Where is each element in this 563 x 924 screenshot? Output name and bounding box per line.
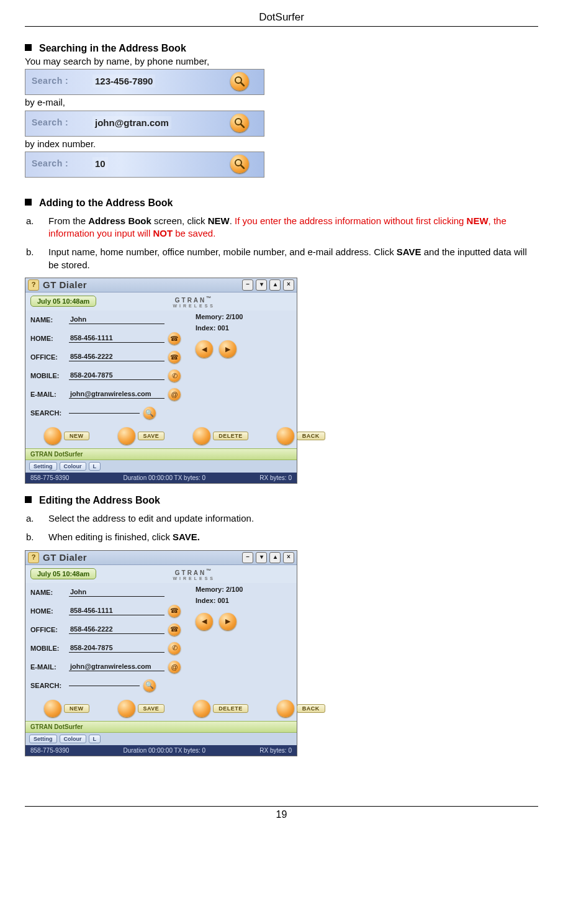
heading-editing: Editing the Address Book xyxy=(25,495,538,506)
status-bar: 858-775-9390 Duration 00:00:00 TX bytes:… xyxy=(25,745,297,756)
close-icon[interactable]: × xyxy=(283,279,294,291)
email-field[interactable]: john@gtranwireless.com xyxy=(69,663,164,671)
status-duration: Duration 00:00:00 TX bytes: 0 xyxy=(69,747,259,754)
search-field[interactable] xyxy=(69,685,140,686)
searching-intro: You may search by name, by phone number, xyxy=(25,55,538,68)
search-value[interactable]: 10 xyxy=(92,157,108,170)
language-button[interactable]: L xyxy=(89,462,101,471)
colour-button[interactable]: Colour xyxy=(60,462,86,471)
index-label: Index: 001 xyxy=(196,597,292,604)
status-rx: RX bytes: 0 xyxy=(259,747,292,754)
titlebar[interactable]: ? GT Dialer – ▾ ▴ × xyxy=(25,278,297,292)
prev-button[interactable]: ◀ xyxy=(196,340,213,358)
name-label: NAME: xyxy=(30,589,69,596)
restore-up-icon[interactable]: ▴ xyxy=(269,552,281,563)
marquee-text: GTRAN DotSurfer xyxy=(25,721,297,733)
prev-button[interactable]: ◀ xyxy=(196,613,213,630)
close-icon[interactable]: × xyxy=(283,552,294,563)
back-button[interactable]: BACK xyxy=(277,700,325,717)
new-icon xyxy=(44,427,61,445)
search-field[interactable] xyxy=(69,412,140,414)
status-bar: 858-775-9390 Duration 00:00:00 TX bytes:… xyxy=(25,473,297,483)
search-label: Search : xyxy=(32,76,68,86)
minimize-icon[interactable]: – xyxy=(242,279,253,291)
name-field[interactable]: John xyxy=(69,315,164,324)
adding-step-b: b. Input name, home number, office numbe… xyxy=(25,246,538,271)
search-bar-phone[interactable]: Search : 123-456-7890 xyxy=(25,69,264,95)
restore-down-icon[interactable]: ▾ xyxy=(256,552,267,563)
marquee-text: GTRAN DotSurfer xyxy=(25,448,297,460)
page-header-title: DotSurfer xyxy=(25,11,538,26)
search-icon[interactable]: 🔍 xyxy=(143,407,156,419)
datetime-chip: July 05 10:48am xyxy=(30,568,96,579)
by-email-text: by e-mail, xyxy=(25,96,538,109)
email-label: E-MAIL: xyxy=(30,391,69,398)
language-button[interactable]: L xyxy=(89,735,101,743)
status-rx: RX bytes: 0 xyxy=(259,474,292,481)
save-button[interactable]: SAVE xyxy=(118,700,165,717)
status-phone: 858-775-9390 xyxy=(30,747,69,754)
delete-icon xyxy=(193,700,210,717)
page-number: 19 xyxy=(25,809,538,820)
search-icon[interactable] xyxy=(230,114,249,132)
next-button[interactable]: ▶ xyxy=(219,340,236,358)
search-value[interactable]: john@gtran.com xyxy=(92,116,171,129)
status-phone: 858-775-9390 xyxy=(30,474,69,481)
restore-up-icon[interactable]: ▴ xyxy=(269,279,281,291)
svg-line-3 xyxy=(241,124,244,127)
save-button[interactable]: SAVE xyxy=(118,427,165,445)
email-label: E-MAIL: xyxy=(30,663,69,671)
delete-icon xyxy=(193,427,210,445)
help-icon[interactable]: ? xyxy=(28,552,39,563)
phone-icon[interactable]: ☎ xyxy=(168,605,181,617)
email-icon[interactable]: @ xyxy=(168,388,181,401)
search-icon[interactable] xyxy=(230,72,249,91)
search-bar-email[interactable]: Search : john@gtran.com xyxy=(25,111,264,137)
window-title: GT Dialer xyxy=(43,279,242,290)
colour-button[interactable]: Colour xyxy=(60,735,86,743)
search-label: SEARCH: xyxy=(30,682,69,689)
bullet-square-icon xyxy=(25,199,32,206)
new-button[interactable]: NEW xyxy=(44,700,89,717)
home-label: HOME: xyxy=(30,607,69,615)
search-value[interactable]: 123-456-7890 xyxy=(92,75,155,88)
datetime-chip: July 05 10:48am xyxy=(30,296,96,307)
home-field[interactable]: 858-456-1111 xyxy=(69,334,164,343)
name-field[interactable]: John xyxy=(69,588,164,597)
home-label: HOME: xyxy=(30,335,69,342)
mobile-label: MOBILE: xyxy=(30,645,69,652)
adding-step-a: a. From the Address Book screen, click N… xyxy=(25,215,538,240)
search-icon[interactable]: 🔍 xyxy=(143,679,156,692)
help-icon[interactable]: ? xyxy=(28,279,39,291)
restore-down-icon[interactable]: ▾ xyxy=(256,279,267,291)
search-label: SEARCH: xyxy=(30,409,69,417)
office-label: OFFICE: xyxy=(30,353,69,361)
mobile-field[interactable]: 858-204-7875 xyxy=(69,644,164,653)
back-icon xyxy=(277,700,294,717)
email-icon[interactable]: @ xyxy=(168,661,181,673)
new-button[interactable]: NEW xyxy=(44,427,89,445)
delete-button[interactable]: DELETE xyxy=(193,427,248,445)
back-button[interactable]: BACK xyxy=(277,427,325,445)
search-icon[interactable] xyxy=(230,155,249,173)
titlebar[interactable]: ? GT Dialer – ▾ ▴ × xyxy=(25,551,297,565)
delete-button[interactable]: DELETE xyxy=(193,700,248,717)
setting-button[interactable]: Setting xyxy=(29,735,57,743)
mobile-label: MOBILE: xyxy=(30,372,69,379)
office-field[interactable]: 858-456-2222 xyxy=(69,625,164,634)
next-button[interactable]: ▶ xyxy=(219,613,236,630)
home-field[interactable]: 858-456-1111 xyxy=(69,607,164,615)
mobile-icon[interactable]: ✆ xyxy=(168,369,181,382)
mobile-field[interactable]: 858-204-7875 xyxy=(69,371,164,380)
minimize-icon[interactable]: – xyxy=(242,552,253,563)
email-field[interactable]: john@gtranwireless.com xyxy=(69,390,164,399)
office-field[interactable]: 858-456-2222 xyxy=(69,353,164,361)
phone-icon[interactable]: ☎ xyxy=(168,332,181,345)
phone-icon[interactable]: ☎ xyxy=(168,351,181,363)
setting-button[interactable]: Setting xyxy=(29,462,57,471)
brand-logo: GTRAN™WIRELESS xyxy=(96,295,292,308)
search-bar-index[interactable]: Search : 10 xyxy=(25,152,264,178)
status-duration: Duration 00:00:00 TX bytes: 0 xyxy=(69,474,259,481)
phone-icon[interactable]: ☎ xyxy=(168,623,181,636)
mobile-icon[interactable]: ✆ xyxy=(168,642,181,654)
